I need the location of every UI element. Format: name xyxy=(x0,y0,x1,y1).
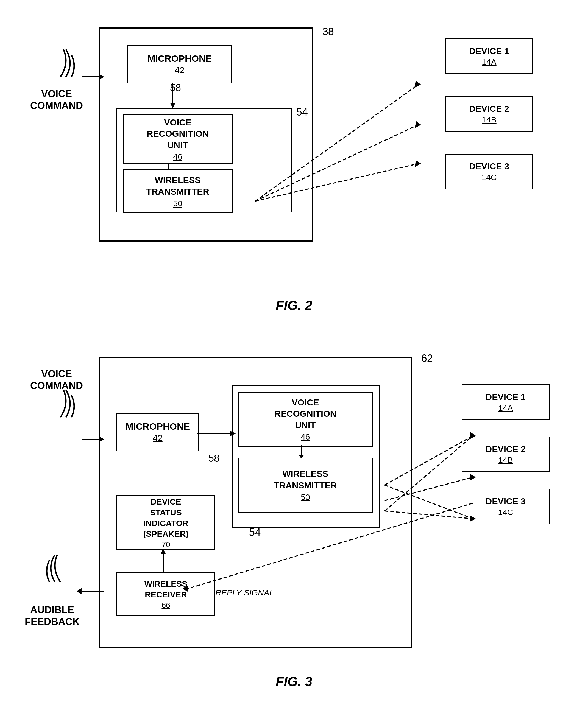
voice-waves-fig2 xyxy=(38,49,82,104)
device3-box-fig3: DEVICE 3 14C xyxy=(462,489,550,524)
wt-label-fig3: WIRELESS TRANSMITTER xyxy=(274,468,337,491)
microphone-label-fig2: MICROPHONE xyxy=(147,53,212,64)
main-box-fig3: 62 MICROPHONE 42 58 54 VOICE RECOGNITION… xyxy=(99,357,412,648)
device2-label-fig2: DEVICE 2 xyxy=(469,104,509,114)
ref-58-fig3: 58 xyxy=(209,453,219,464)
svg-marker-3 xyxy=(170,103,176,108)
vru-ref-fig3: 46 xyxy=(301,432,310,441)
device1-ref-fig2: 14A xyxy=(482,57,496,67)
svg-marker-17 xyxy=(230,431,236,436)
svg-marker-9 xyxy=(415,121,421,128)
audible-feedback-label: AUDIBLE FEEDBACK xyxy=(25,604,80,627)
arrow-mic-to-vru-fig3 xyxy=(197,428,236,439)
svg-marker-11 xyxy=(415,160,421,167)
microphone-box-fig2: MICROPHONE 42 xyxy=(127,45,232,84)
microphone-label-fig3: MICROPHONE xyxy=(126,421,190,432)
reply-signal-label: REPLY SIGNAL xyxy=(215,588,274,597)
device2-box-fig3: DEVICE 2 14B xyxy=(462,436,550,472)
wt-label-fig2: WIRELESS TRANSMITTER xyxy=(146,175,209,197)
arrow-vru-to-wt-fig3 xyxy=(293,445,310,459)
device1-box-fig3: DEVICE 1 14A xyxy=(462,384,550,420)
vru-ref-fig2: 46 xyxy=(173,152,182,161)
device2-ref-fig3: 14B xyxy=(498,456,513,465)
microphone-ref-fig3: 42 xyxy=(153,433,163,443)
vru-box-fig2: VOICE RECOGNITION UNIT 46 xyxy=(123,114,233,164)
wt-box-fig3: WIRELESS TRANSMITTER 50 xyxy=(238,458,373,513)
voice-waves-fig3 xyxy=(38,390,82,445)
microphone-ref-fig2: 42 xyxy=(175,65,185,75)
device3-label-fig2: DEVICE 3 xyxy=(469,161,509,172)
ref-54-fig3: 54 xyxy=(249,526,261,538)
device3-ref-fig3: 14C xyxy=(498,508,513,517)
device3-ref-fig2: 14C xyxy=(482,173,497,182)
fig3-caption: FIG. 3 xyxy=(276,674,312,689)
vru-box-fig3: VOICE RECOGNITION UNIT 46 xyxy=(238,392,373,446)
vru-outer-fig2: 54 VOICE RECOGNITION UNIT 46 WIRELESS TR… xyxy=(117,108,292,213)
wr-label: WIRELESS RECEIVER xyxy=(144,578,188,600)
device1-label-fig2: DEVICE 1 xyxy=(469,46,509,56)
wt-box-fig2: WIRELESS TRANSMITTER 50 xyxy=(123,170,233,213)
fig2-section: VOICE COMMAND 38 MICROPHONE 42 58 xyxy=(22,16,566,319)
arrow-mic-to-vru-fig2 xyxy=(165,84,181,111)
page-container: VOICE COMMAND 38 MICROPHONE 42 58 xyxy=(0,0,588,705)
device3-label-fig3: DEVICE 3 xyxy=(486,497,526,507)
dsi-box: DEVICE STATUS INDICATOR (SPEAKER) 70 xyxy=(117,495,215,550)
dsi-ref: 70 xyxy=(162,540,170,549)
main-box-fig2: 38 MICROPHONE 42 58 54 VOICE RECOGNITION… xyxy=(99,28,313,242)
voice-command-label-fig3: VOICE COMMAND xyxy=(30,368,83,391)
device1-label-fig3: DEVICE 1 xyxy=(486,392,526,402)
ref-62: 62 xyxy=(421,352,433,364)
vru-label-fig2: VOICE RECOGNITION UNIT xyxy=(147,117,209,151)
device1-ref-fig3: 14A xyxy=(498,403,513,413)
microphone-box-fig3: MICROPHONE 42 xyxy=(117,413,199,451)
device2-label-fig3: DEVICE 2 xyxy=(486,444,526,454)
device2-ref-fig2: 14B xyxy=(482,115,496,124)
device3-box-fig2: DEVICE 3 14C xyxy=(445,154,533,189)
devices-col-fig2: DEVICE 1 14A DEVICE 2 14B DEVICE 3 14C xyxy=(445,38,533,189)
dsi-label: DEVICE STATUS INDICATOR (SPEAKER) xyxy=(143,497,188,539)
wt-ref-fig3: 50 xyxy=(301,492,310,502)
device2-box-fig2: DEVICE 2 14B xyxy=(445,96,533,132)
ref-54-fig2: 54 xyxy=(296,106,308,118)
svg-marker-19 xyxy=(161,549,166,554)
devices-col-fig3: DEVICE 1 14A DEVICE 2 14B DEVICE 3 14C xyxy=(462,384,550,524)
fig3-section: VOICE COMMAND AUDIBLE FEEDBACK 62 MICROP… xyxy=(22,340,566,692)
svg-marker-7 xyxy=(414,81,421,88)
vru-outer-fig3: 54 VOICE RECOGNITION UNIT 46 WIRELESS TR… xyxy=(232,385,380,528)
wr-box: WIRELESS RECEIVER 66 xyxy=(117,572,215,616)
wt-ref-fig2: 50 xyxy=(173,199,182,208)
vru-label-fig3: VOICE RECOGNITION UNIT xyxy=(274,397,336,431)
wr-ref: 66 xyxy=(162,601,170,610)
audible-waves-fig3 xyxy=(38,555,82,609)
ref-38: 38 xyxy=(322,26,334,38)
device1-box-fig2: DEVICE 1 14A xyxy=(445,38,533,74)
fig2-caption: FIG. 2 xyxy=(276,298,312,313)
